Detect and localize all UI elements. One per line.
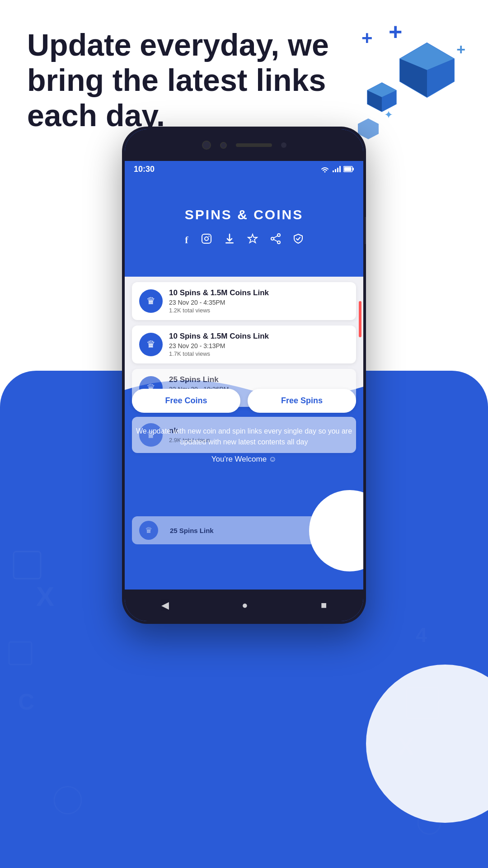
item-date-1: 23 Nov 20 - 4:35PM [169,299,349,306]
svg-rect-24 [352,168,354,170]
instagram-icon[interactable] [201,233,212,247]
svg-text:4: 4 [416,623,427,646]
download-icon[interactable] [225,233,235,247]
status-bar: 10:30 [125,161,363,177]
svg-rect-20 [335,169,336,172]
partial-bottom-title: 25 Spins Link [170,527,214,534]
shield-icon[interactable] [293,233,303,247]
svg-point-30 [277,234,280,236]
sparkle-1: ✦ [384,108,393,121]
phone-screen: 10:30 [125,129,363,621]
partial-bottom-item: ♛ 25 Spins Link [132,516,356,544]
svg-point-27 [205,237,208,241]
svg-line-33 [273,236,277,238]
crown-icon-2: ♛ [146,339,155,350]
item-views-2: 1.7K total views [169,350,349,357]
share-icon[interactable] [271,233,281,247]
item-date-2: 23 Nov 20 - 3:13PM [169,342,349,349]
sensor-dot [281,142,286,148]
svg-line-34 [273,240,277,242]
header-text: Update everyday, we bring the latest lin… [27,27,361,133]
partial-bottom-icon: ♛ [139,521,158,540]
item-views-1: 1.2K total views [169,307,349,314]
svg-rect-21 [337,168,338,172]
content-area: ♛ 10 Spins & 1.5M Coins Link 23 Nov 20 -… [125,277,363,590]
svg-rect-25 [344,167,352,171]
svg-text:C: C [18,689,34,715]
svg-rect-1 [9,642,32,665]
partial-bottom-info: 25 Spins Link [170,527,214,534]
plus-icon-3: + [456,41,465,58]
app-header: SPINS & COINS f [125,177,363,277]
svg-point-7 [54,787,81,814]
plus-icon-1: + [361,27,373,49]
partial-bottom-crown: ♛ [145,525,152,535]
status-time: 10:30 [134,165,155,174]
wifi-icon [320,165,330,173]
favorite-icon[interactable] [247,233,258,247]
svg-point-32 [277,241,280,244]
item-info-2: 10 Spins & 1.5M Coins Link 23 Nov 20 - 3… [169,332,349,357]
battery-icon [343,166,354,172]
status-icons [320,165,354,173]
phone-frame: 10:30 [122,127,366,624]
bottom-nav: ◀ ● ■ [125,590,363,621]
crown-icon-1: ♛ [146,295,155,307]
camera-area [125,129,363,161]
item-title-3: 25 Spins Link [169,375,349,384]
button-row: Free Coins Free Spins [125,389,363,413]
welcome-text: You're Welcome ☺ [134,455,354,464]
list-item-1[interactable]: ♛ 10 Spins & 1.5M Coins Link 23 Nov 20 -… [132,282,356,320]
diamond-decoration: + + + ✦ ✦ [343,18,470,145]
svg-text:X: X [36,581,54,612]
partial-item-bottom: ♛ 25 Spins Link [125,516,363,544]
free-coins-button[interactable]: Free Coins [132,389,240,413]
signal-icon [333,166,341,172]
list-item-2[interactable]: ♛ 10 Spins & 1.5M Coins Link 23 Nov 20 -… [132,326,356,363]
item-info-1: 10 Spins & 1.5M Coins Link 23 Nov 20 - 4… [169,288,349,314]
home-button[interactable]: ● [242,599,248,611]
camera-hole-2 [220,142,227,149]
phone-side-button [365,217,366,244]
svg-rect-22 [339,166,341,172]
svg-point-28 [208,236,209,236]
main-diamond [398,41,456,101]
free-spins-button[interactable]: Free Spins [248,389,356,413]
item-title-1: 10 Spins & 1.5M Coins Link [169,288,349,297]
svg-rect-0 [14,552,41,579]
svg-rect-29 [225,242,234,244]
info-text-area: We update with new coin and spin links e… [125,426,363,464]
svg-rect-26 [202,234,211,243]
camera-hole-1 [202,141,211,150]
item-icon-2: ♛ [139,333,163,356]
facebook-icon[interactable]: f [185,234,188,246]
item-icon-1: ♛ [139,289,163,313]
speaker-bar [236,143,272,147]
nav-icons[interactable]: f [185,233,303,247]
recents-button[interactable]: ■ [321,599,327,611]
back-button[interactable]: ◀ [161,599,169,611]
info-text: We update with new coin and spin links e… [134,426,354,448]
app-title: SPINS & COINS [185,207,303,222]
svg-rect-19 [333,170,334,172]
svg-point-31 [271,237,274,240]
scroll-indicator[interactable] [359,301,361,337]
svg-point-18 [324,171,326,173]
item-title-2: 10 Spins & 1.5M Coins Link [169,332,349,341]
